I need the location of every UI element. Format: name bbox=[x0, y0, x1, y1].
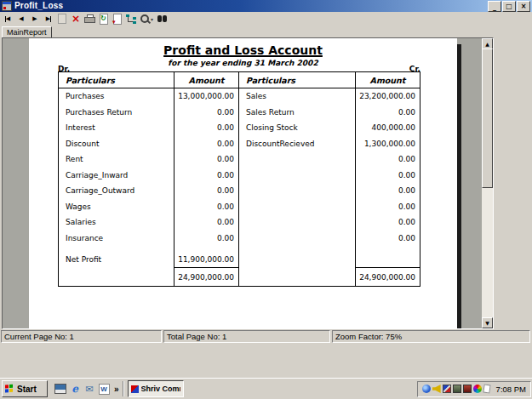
column-header-amount-cr: Amount bbox=[355, 72, 420, 88]
page-shadow bbox=[457, 44, 461, 328]
tray-display-settings-icon[interactable] bbox=[443, 385, 451, 393]
row-amount-dr: 0.00 bbox=[174, 105, 238, 121]
row-amount-dr: 0.00 bbox=[174, 199, 238, 215]
first-page-button[interactable]: ◀ bbox=[3, 13, 13, 25]
printer-icon bbox=[84, 14, 95, 23]
status-total-page: Total Page No: 1 bbox=[163, 330, 330, 343]
row-amount-dr: 0.00 bbox=[174, 231, 238, 247]
close-button[interactable]: × bbox=[517, 1, 530, 12]
row-particulars-dr: Carriage_Outward bbox=[59, 183, 174, 199]
restore-button[interactable]: □ bbox=[502, 1, 516, 12]
next-page-button[interactable]: ▶ bbox=[30, 13, 40, 25]
goto-page-button[interactable] bbox=[57, 13, 67, 25]
row-particulars-dr: Purchases Return bbox=[59, 105, 174, 121]
show-desktop-icon[interactable] bbox=[54, 383, 66, 395]
status-current-page: Current Page No: 1 bbox=[1, 330, 162, 343]
tab-strip: MainReport bbox=[0, 26, 532, 37]
row-amount-dr: 0.00 bbox=[174, 214, 238, 231]
windows-flag-icon bbox=[5, 384, 14, 393]
net-profit-empty bbox=[238, 251, 355, 267]
system-tray: 7:08 PM bbox=[417, 381, 531, 397]
report-toolbar: ◀ ◀ ▶ ▶ × ↻ ▾ bbox=[0, 12, 532, 26]
row-particulars-cr bbox=[238, 183, 355, 199]
quick-launch-overflow-chevron[interactable]: » bbox=[114, 385, 119, 394]
taskbar-separator bbox=[123, 381, 124, 396]
row-particulars-dr: Carriage_Inward bbox=[59, 168, 174, 184]
row-particulars-cr bbox=[238, 214, 355, 231]
task-button-label: Shriv Commedi... bbox=[141, 385, 180, 393]
profit-loss-table: Particulars Amount Particulars Amount Pu… bbox=[58, 71, 420, 287]
status-bar: Current Page No: 1 Total Page No: 1 Zoom… bbox=[1, 330, 530, 343]
close-view-icon: × bbox=[72, 14, 80, 24]
row-particulars-dr: Interest bbox=[59, 120, 174, 136]
total-credit: 24,900,000.00 bbox=[355, 267, 420, 286]
tray-app-green-icon[interactable] bbox=[453, 385, 461, 393]
export-icon: ▾ bbox=[113, 14, 122, 25]
print-button[interactable] bbox=[84, 13, 95, 25]
last-page-button[interactable]: ▶ bbox=[43, 13, 54, 25]
row-particulars-dr: Salaries bbox=[59, 214, 174, 231]
magnifier-icon bbox=[140, 14, 149, 23]
close-view-button[interactable]: × bbox=[71, 13, 81, 25]
title-bar: Profit_Loss _ □ × bbox=[0, 0, 532, 12]
outlook-express-icon[interactable]: ✉ bbox=[83, 383, 95, 395]
row-particulars-cr: DiscountRecieved bbox=[238, 136, 355, 152]
minimize-button[interactable]: _ bbox=[488, 1, 501, 12]
next-page-icon: ▶ bbox=[32, 16, 37, 22]
report-viewer: Profit and Loss Account for the year end… bbox=[2, 37, 494, 329]
goto-page-icon bbox=[58, 14, 66, 24]
row-amount-cr: 23,200,000.00 bbox=[355, 88, 420, 105]
column-header-amount-dr: Amount bbox=[174, 72, 238, 88]
quick-launch-bar: e ✉ W » bbox=[54, 383, 119, 395]
net-profit-label: Net Profit bbox=[59, 251, 174, 267]
row-particulars-dr: Wages bbox=[59, 199, 174, 215]
start-button[interactable]: Start bbox=[2, 380, 48, 397]
tab-main-report[interactable]: MainReport bbox=[2, 26, 52, 38]
row-amount-cr: 0.00 bbox=[355, 151, 420, 168]
total-empty bbox=[59, 267, 174, 286]
start-label: Start bbox=[17, 385, 37, 394]
row-particulars-cr: Sales Return bbox=[238, 105, 355, 121]
row-amount-cr: 1,300,000.00 bbox=[355, 136, 420, 152]
taskbar: Start e ✉ W » Shriv Commedi... 7:08 PM bbox=[0, 378, 532, 399]
export-button[interactable]: ▾ bbox=[112, 13, 123, 25]
search-button[interactable] bbox=[157, 13, 167, 25]
scroll-down-button[interactable]: ▼ bbox=[482, 317, 493, 328]
net-profit-empty bbox=[355, 251, 420, 267]
task-app-icon bbox=[131, 385, 139, 393]
internet-explorer-icon[interactable]: e bbox=[69, 383, 81, 395]
report-title: Profit and Loss Account bbox=[29, 43, 457, 57]
row-particulars-cr bbox=[238, 151, 355, 168]
taskbar-clock: 7:08 PM bbox=[496, 385, 526, 394]
row-amount-dr: 0.00 bbox=[174, 168, 238, 184]
row-amount-dr: 13,000,000.00 bbox=[174, 88, 238, 105]
vertical-scrollbar[interactable]: ▲ ▼ bbox=[482, 38, 493, 328]
zoom-button[interactable]: ▾ bbox=[140, 13, 153, 25]
scrollbar-thumb[interactable] bbox=[482, 48, 493, 188]
application-window: Profit_Loss _ □ × ◀ ◀ ▶ ▶ × ↻ bbox=[0, 0, 532, 399]
net-profit-amount: 11,900,000.00 bbox=[174, 251, 238, 267]
row-amount-dr: 0.00 bbox=[174, 151, 238, 168]
tray-network-globe-icon[interactable] bbox=[422, 385, 431, 393]
row-amount-dr: 0.00 bbox=[174, 136, 238, 152]
prev-page-button[interactable]: ◀ bbox=[16, 13, 26, 25]
word-icon[interactable]: W bbox=[98, 383, 110, 395]
row-amount-cr: 400,000.00 bbox=[355, 120, 420, 136]
last-page-icon bbox=[50, 16, 51, 22]
row-particulars-cr bbox=[238, 231, 355, 247]
tray-document-icon[interactable] bbox=[483, 384, 490, 393]
group-tree-button[interactable] bbox=[126, 13, 137, 25]
tray-color-wheel-icon[interactable] bbox=[473, 385, 482, 393]
task-button-shriv[interactable]: Shriv Commedi... bbox=[128, 380, 184, 397]
row-amount-cr: 0.00 bbox=[355, 168, 420, 184]
total-empty bbox=[238, 267, 355, 286]
row-particulars-dr: Insurance bbox=[59, 231, 174, 247]
tray-volume-icon[interactable] bbox=[432, 385, 441, 393]
row-particulars-cr: Closing Stock bbox=[238, 120, 355, 136]
total-debit: 24,900,000.00 bbox=[174, 267, 238, 286]
binoculars-icon bbox=[157, 15, 167, 22]
refresh-button[interactable]: ↻ bbox=[99, 13, 109, 25]
row-amount-cr: 0.00 bbox=[355, 105, 420, 121]
zoom-dropdown-icon[interactable]: ▾ bbox=[151, 16, 153, 22]
tray-app-red-icon[interactable] bbox=[463, 385, 472, 393]
